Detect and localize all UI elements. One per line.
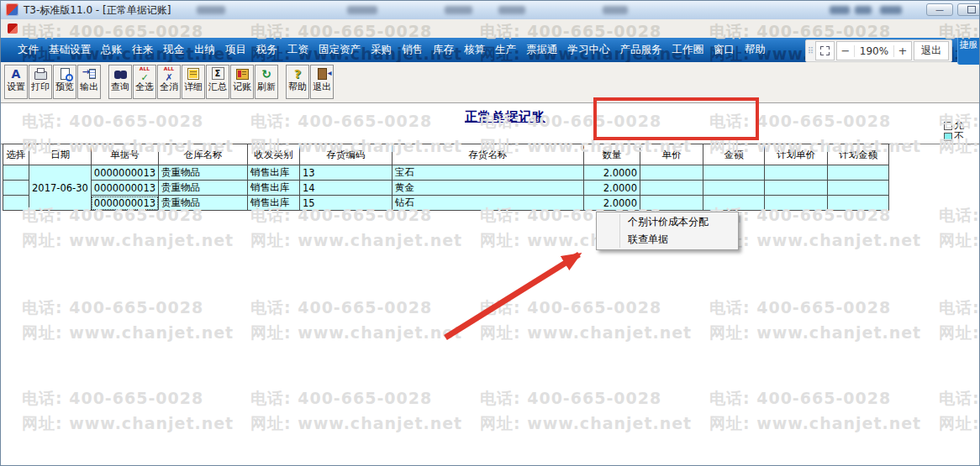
select-cell[interactable] bbox=[3, 165, 29, 181]
cell-doc_no[interactable]: 0000000013 bbox=[91, 196, 158, 211]
drag-handle-icon[interactable]: ⠿ bbox=[808, 46, 813, 55]
menu-item-销售[interactable]: 销售 bbox=[397, 43, 428, 57]
menu-item-基础设置[interactable]: 基础设置 bbox=[44, 43, 96, 57]
binoculars-icon bbox=[114, 71, 127, 79]
side-tab[interactable]: 捷服 bbox=[957, 38, 979, 65]
cell-warehouse[interactable]: 贵重物品 bbox=[159, 165, 248, 181]
cell-inv_name[interactable]: 钻石 bbox=[393, 196, 584, 211]
column-header-select: 选择 bbox=[3, 144, 29, 165]
cell-plan_amount[interactable] bbox=[828, 165, 889, 181]
zoom-in-button[interactable]: + bbox=[894, 45, 911, 57]
font-settings-icon bbox=[12, 65, 21, 81]
输出-button[interactable]: 输出 bbox=[77, 65, 101, 99]
zoom-exit-button[interactable]: 退出 bbox=[914, 44, 948, 58]
menu-item-核算[interactable]: 核算 bbox=[459, 43, 490, 57]
menu-item-现金[interactable]: 现金 bbox=[158, 43, 189, 57]
cell-price[interactable] bbox=[640, 165, 703, 181]
cell-warehouse[interactable]: 贵重物品 bbox=[159, 181, 248, 196]
cell-inv_code[interactable]: 13 bbox=[300, 165, 393, 181]
menu-item-产品服务[interactable]: 产品服务 bbox=[615, 43, 667, 57]
menu-item-生产[interactable]: 生产 bbox=[490, 43, 521, 57]
cell-inv_code[interactable]: 14 bbox=[300, 181, 393, 196]
设置-button[interactable]: 设置 bbox=[4, 65, 28, 99]
context-menu-item-联查单据[interactable]: 联查单据 bbox=[597, 231, 738, 249]
cell-inv_name[interactable]: 黄金 bbox=[393, 181, 584, 196]
退出-button[interactable]: 退出 bbox=[310, 65, 334, 99]
ledger-icon bbox=[236, 69, 249, 80]
select-cell[interactable] bbox=[3, 196, 29, 211]
minimize-button[interactable]: — bbox=[926, 3, 953, 16]
cell-amount[interactable] bbox=[703, 165, 765, 181]
toolbar-button-label: 全消 bbox=[160, 81, 178, 92]
详细-button[interactable]: 详细 bbox=[182, 65, 205, 99]
cell-plan_price[interactable] bbox=[765, 196, 828, 211]
menu-item-工资[interactable]: 工资 bbox=[282, 43, 313, 57]
menu-item-总账[interactable]: 总账 bbox=[96, 43, 127, 57]
zoom-level: 190% bbox=[854, 45, 894, 57]
全选-button[interactable]: 全选 bbox=[133, 65, 156, 99]
cell-doc_no[interactable]: 0000000013 bbox=[91, 165, 158, 181]
cell-warehouse[interactable]: 贵重物品 bbox=[159, 196, 248, 211]
全消-button[interactable]: 全消 bbox=[157, 65, 181, 99]
查询-button[interactable]: 查询 bbox=[108, 65, 132, 99]
cell-price[interactable] bbox=[640, 181, 703, 196]
menu-item-固定资产[interactable]: 固定资产 bbox=[313, 43, 366, 57]
cell-price[interactable] bbox=[640, 196, 703, 211]
select-all-icon bbox=[138, 67, 151, 81]
checkbox[interactable] bbox=[944, 122, 952, 130]
cell-plan_amount[interactable] bbox=[828, 181, 889, 196]
汇总-button[interactable]: 汇总 bbox=[206, 65, 229, 99]
cell-plan_price[interactable] bbox=[765, 181, 828, 196]
menu-item-项目[interactable]: 项目 bbox=[220, 43, 251, 57]
menu-item-票据通[interactable]: 票据通 bbox=[521, 43, 563, 57]
checkbox[interactable] bbox=[944, 133, 952, 141]
预览-button[interactable]: 预览 bbox=[53, 65, 76, 99]
fullscreen-icon[interactable] bbox=[820, 46, 830, 55]
maximize-button[interactable] bbox=[957, 3, 980, 16]
table-row: 0000000013贵重物品销售出库15钻石2.0000 bbox=[3, 196, 889, 211]
context-menu-item-个别计价成本分配[interactable]: 个别计价成本分配 bbox=[597, 213, 738, 231]
maximize-icon bbox=[967, 6, 976, 13]
menu-item-往来[interactable]: 往来 bbox=[127, 43, 158, 57]
menu-item-库存[interactable]: 库存 bbox=[428, 43, 459, 57]
menu-item-工作圈[interactable]: 工作圈 bbox=[667, 43, 709, 57]
cell-category[interactable]: 销售出库 bbox=[248, 165, 300, 181]
column-header-doc_no: 单据号 bbox=[91, 144, 158, 165]
blurred-artifact bbox=[347, 6, 377, 14]
blurred-artifact bbox=[498, 6, 525, 14]
cell-amount[interactable] bbox=[703, 181, 765, 196]
menu-item-帮助[interactable]: 帮助 bbox=[740, 43, 771, 57]
menu-item-窗口[interactable]: 窗口 bbox=[709, 43, 740, 57]
table-row: 2017-06-300000000013贵重物品销售出库13宝石2.0000 bbox=[3, 165, 889, 181]
cell-qty[interactable]: 2.0000 bbox=[584, 196, 640, 211]
刷新-button[interactable]: 刷新 bbox=[255, 65, 278, 99]
refresh-icon bbox=[261, 65, 271, 81]
zoom-out-button[interactable]: − bbox=[837, 45, 854, 57]
打印-button[interactable]: 打印 bbox=[29, 65, 52, 99]
 bbox=[78, 65, 100, 81]
cell-inv_code[interactable]: 15 bbox=[300, 196, 393, 211]
blurred-artifact bbox=[830, 6, 850, 14]
cell-category[interactable]: 销售出库 bbox=[248, 181, 300, 196]
cell-qty[interactable]: 2.0000 bbox=[584, 165, 640, 181]
menu-item-采购[interactable]: 采购 bbox=[366, 43, 397, 57]
menu-item-文件[interactable]: 文件 bbox=[13, 43, 44, 57]
帮助-button[interactable]: 帮助 bbox=[286, 65, 309, 99]
cell-amount[interactable] bbox=[703, 196, 765, 211]
select-cell[interactable] bbox=[3, 181, 29, 196]
cell-plan_price[interactable] bbox=[765, 165, 828, 181]
table-row: 0000000013贵重物品销售出库14黄金2.0000 bbox=[3, 181, 889, 196]
cell-doc_no[interactable]: 0000000013 bbox=[91, 181, 158, 196]
menu-item-出纳[interactable]: 出纳 bbox=[189, 43, 220, 57]
cell-inv_name[interactable]: 宝石 bbox=[393, 165, 584, 181]
cell-qty[interactable]: 2.0000 bbox=[584, 181, 640, 196]
export-icon bbox=[83, 68, 96, 79]
记账-button[interactable]: 记账 bbox=[230, 65, 254, 99]
page-title: 正常单据记账 bbox=[465, 109, 545, 125]
detail-icon bbox=[187, 68, 199, 80]
menu-item-学习中心[interactable]: 学习中心 bbox=[563, 43, 615, 57]
menu-item-税务[interactable]: 税务 bbox=[251, 43, 282, 57]
cell-category[interactable]: 销售出库 bbox=[248, 196, 300, 211]
 bbox=[29, 65, 51, 81]
cell-plan_amount[interactable] bbox=[828, 196, 889, 211]
